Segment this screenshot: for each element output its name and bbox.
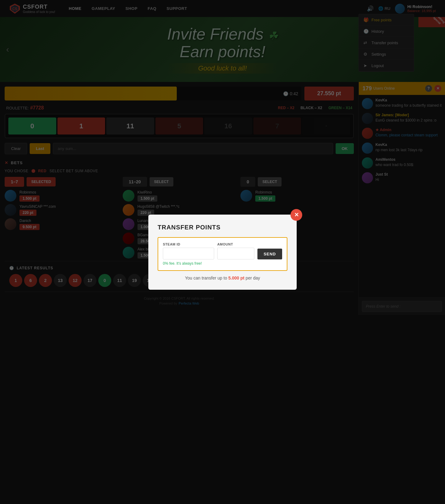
- fee-text: 0% fee. It's always free!: [163, 261, 282, 266]
- modal-form: STEAM ID AMOUNT SEND 0% fee. It's always…: [158, 237, 287, 271]
- transfer-limit: 5.000 pt: [228, 275, 244, 280]
- modal-close-button[interactable]: ✕: [290, 209, 302, 221]
- modal-title: TRANSFER POINTS: [158, 224, 287, 231]
- steam-id-input[interactable]: [163, 248, 214, 259]
- amount-label: AMOUNT: [217, 242, 254, 246]
- info-prefix: You can transfer up to: [185, 275, 227, 280]
- info-suffix: per day: [246, 275, 260, 280]
- modal-overlay: ✕ TRANSFER POINTS STEAM ID AMOUNT SEND 0…: [0, 0, 445, 504]
- amount-input[interactable]: [217, 248, 254, 259]
- steam-id-label: STEAM ID: [163, 242, 214, 246]
- modal-info: You can transfer up to 5.000 pt per day: [158, 275, 287, 280]
- send-button[interactable]: SEND: [257, 249, 282, 259]
- transfer-modal: ✕ TRANSFER POINTS STEAM ID AMOUNT SEND 0…: [148, 215, 297, 290]
